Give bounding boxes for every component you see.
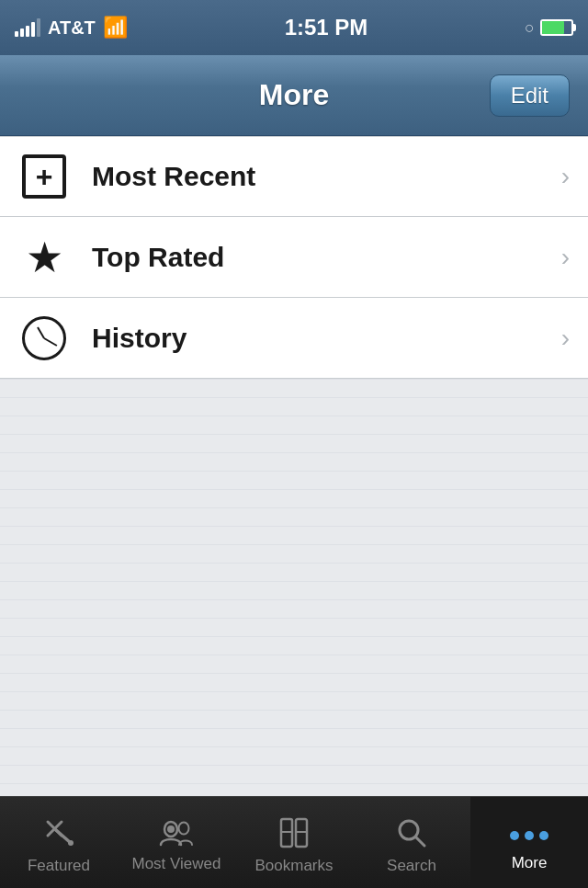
top-rated-icon: ★ [18,232,70,283]
content: Most Recent › ★ Top Rated › History › [0,136,588,379]
top-rated-label: Top Rated [92,242,561,273]
featured-icon [43,817,74,853]
list-item-most-recent[interactable]: Most Recent › [0,136,588,217]
tab-most-viewed[interactable]: Most Viewed [118,797,235,888]
nav-bar: More Edit [0,55,588,136]
clock-hand-hour [37,326,45,338]
most-viewed-icon [159,819,194,851]
history-icon [18,313,70,364]
svg-point-5 [167,825,175,833]
tab-bar: Featured Most Viewed Bookmarks [0,796,588,888]
clock-hands [25,319,63,358]
tab-bookmarks[interactable]: Bookmarks [235,797,353,888]
nav-title: More [259,78,329,112]
tab-search[interactable]: Search [353,797,470,888]
battery-fill [542,21,564,34]
history-chevron: › [561,324,570,353]
battery-icon [540,19,573,36]
status-left: AT&T 📶 [15,16,128,40]
most-recent-icon [18,151,70,202]
bookmarks-tab-label: Bookmarks [254,857,333,875]
signal-bar-3 [26,26,29,37]
most-recent-label: Most Recent [92,161,561,192]
most-recent-icon-shape [22,154,66,199]
star-icon: ★ [26,236,63,279]
bookmarks-icon [277,817,311,853]
top-rated-chevron: › [561,243,570,272]
edit-button[interactable]: Edit [490,74,570,117]
most-recent-chevron: › [561,162,570,191]
clock-icon [22,316,66,360]
empty-area [0,379,588,796]
signal-bars [15,18,40,37]
signal-bar-1 [15,31,18,37]
carrier-label: AT&T [48,17,96,39]
dot-2 [525,831,534,840]
tab-featured[interactable]: Featured [0,797,118,888]
search-tab-label: Search [387,857,436,875]
status-bar: AT&T 📶 1:51 PM ○ [0,0,588,55]
history-label: History [92,323,561,354]
more-icon [510,821,548,850]
svg-point-6 [179,823,189,835]
clock-hand-minute [44,337,58,347]
svg-point-3 [68,840,74,846]
svg-line-2 [56,830,71,843]
tab-more[interactable]: More [470,797,588,888]
list-item-history[interactable]: History › [0,298,588,379]
signal-bar-5 [37,18,40,37]
wifi-icon: 📶 [103,16,128,40]
dot-1 [510,831,519,840]
featured-tab-label: Featured [28,857,90,875]
lock-icon: ○ [525,18,535,38]
signal-bar-4 [31,22,35,37]
dot-3 [539,831,548,840]
list-item-top-rated[interactable]: ★ Top Rated › [0,217,588,298]
most-viewed-tab-label: Most Viewed [131,855,220,873]
status-right: ○ [525,18,573,38]
time-display: 1:51 PM [285,15,368,40]
svg-line-12 [416,837,424,846]
more-tab-label: More [512,854,548,872]
search-icon [396,817,427,853]
signal-bar-2 [20,28,24,37]
